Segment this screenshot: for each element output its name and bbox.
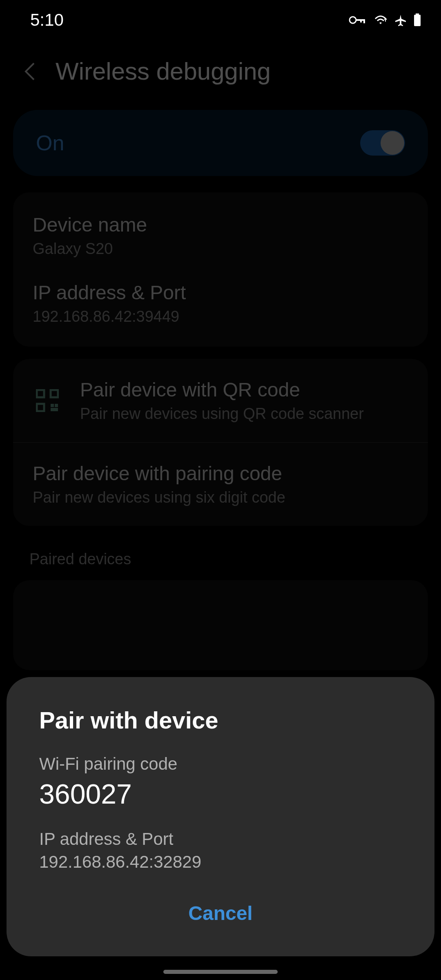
dialog-wifi-code-value: 360027 (39, 778, 402, 810)
dialog-overlay: Pair with device Wi-Fi pairing code 3600… (0, 0, 441, 980)
nav-gesture-pill[interactable] (163, 970, 278, 974)
pair-dialog: Pair with device Wi-Fi pairing code 3600… (7, 677, 434, 956)
dialog-ip-label: IP address & Port (39, 829, 402, 849)
dialog-wifi-code-label: Wi-Fi pairing code (39, 754, 402, 774)
cancel-button[interactable]: Cancel (39, 895, 402, 932)
dialog-title: Pair with device (39, 706, 402, 734)
navigation-bar (0, 964, 441, 980)
dialog-ip-value: 192.168.86.42:32829 (39, 852, 402, 872)
